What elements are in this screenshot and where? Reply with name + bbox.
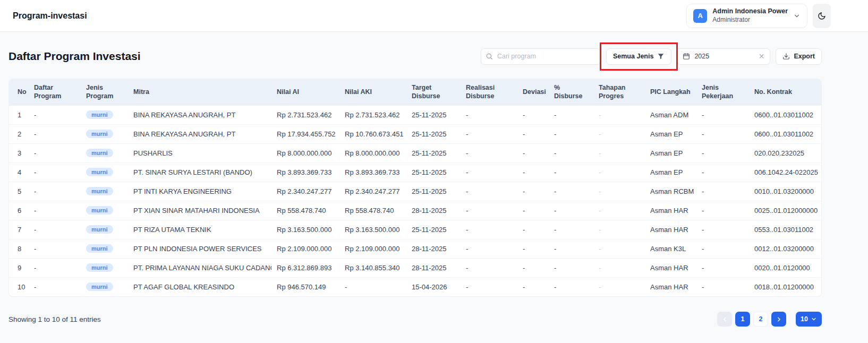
cell-no: 7: [9, 220, 29, 239]
pagination: 1 2 10: [717, 312, 822, 327]
jenis-filter-button[interactable]: Semua Jenis: [606, 48, 671, 65]
cell-no-kontrak: 0025..01.012000000: [749, 201, 821, 220]
cell-jenis-pekerjaan: -: [696, 182, 749, 201]
cell-no: 3: [9, 143, 29, 162]
cell-daftar-program: -: [29, 239, 81, 258]
moon-icon: [818, 12, 826, 20]
cell-jenis-program: murni: [81, 124, 128, 143]
col-jenis-program: Jenis Program: [81, 79, 128, 105]
jenis-program-badge: murni: [86, 130, 113, 138]
cell-pct-disburse: -: [549, 201, 593, 220]
cell-pct-disburse: -: [549, 162, 593, 182]
cell-realisasi-disburse: -: [461, 162, 517, 182]
cell-mitra: PT. SINAR SURYA LESTARI (BANDO): [128, 162, 271, 182]
cell-tahapan-progres: -: [593, 162, 645, 182]
cell-mitra: PT RIZA UTAMA TEKNIK: [128, 220, 271, 239]
cell-deviasi: -: [517, 201, 549, 220]
jenis-program-badge: murni: [86, 206, 113, 215]
pagination-page-2[interactable]: 2: [753, 312, 768, 327]
col-target-disburse: Target Disburse: [406, 79, 461, 105]
search-box: [481, 48, 601, 65]
cell-nilai-ai: Rp 946.570.149: [271, 277, 339, 296]
pagination-prev-button[interactable]: [717, 312, 732, 327]
cell-target-disburse: 28-11-2025: [406, 239, 461, 258]
cell-no: 1: [9, 105, 29, 124]
export-button[interactable]: Export: [776, 48, 822, 65]
cell-pct-disburse: -: [549, 258, 593, 277]
cell-nilai-aki: Rp 558.478.740: [339, 201, 406, 220]
calendar-icon: [683, 53, 690, 60]
cell-deviasi: -: [517, 258, 549, 277]
cell-target-disburse: 25-11-2025: [406, 143, 461, 162]
cell-mitra: PT PLN INDONESIA POWER SERVICES: [128, 239, 271, 258]
cell-pic-langkah: Asman RCBM: [645, 182, 696, 201]
search-input[interactable]: [481, 48, 601, 65]
table-row: 3 - murni PUSHARLIS Rp 8.000.000.000 Rp …: [9, 143, 821, 162]
col-pic-langkah: PIC Langkah: [645, 79, 696, 105]
jenis-program-badge: murni: [86, 187, 113, 195]
download-icon: [782, 53, 790, 60]
cell-nilai-ai: Rp 2.109.000.000: [271, 239, 339, 258]
jenis-program-badge: murni: [86, 263, 113, 272]
cell-no-kontrak: 006.1042.24-022025: [749, 162, 821, 182]
cell-daftar-program: -: [29, 124, 81, 143]
cell-no-kontrak: 020.020.232025: [749, 143, 821, 162]
cell-daftar-program: -: [29, 277, 81, 296]
cell-no: 5: [9, 182, 29, 201]
year-picker[interactable]: 2025 ✕: [677, 48, 770, 65]
cell-nilai-ai: Rp 3.163.500.000: [271, 220, 339, 239]
pagination-next-button[interactable]: [771, 312, 786, 327]
cell-target-disburse: 25-11-2025: [406, 124, 461, 143]
cell-jenis-pekerjaan: -: [696, 162, 749, 182]
table-row: 8 - murni PT PLN INDONESIA POWER SERVICE…: [9, 239, 821, 258]
cell-nilai-aki: Rp 2.340.247.277: [339, 182, 406, 201]
col-jenis-pekerjaan: Jenis Pekerjaan: [696, 79, 749, 105]
table-footer: Showing 1 to 10 of 11 entries 1 2 10: [8, 312, 822, 327]
cell-nilai-aki: Rp 8.000.000.000: [339, 143, 406, 162]
cell-jenis-pekerjaan: -: [696, 143, 749, 162]
cell-nilai-ai: Rp 558.478.740: [271, 201, 339, 220]
toolbar: Daftar Program Investasi Semua Jenis: [8, 46, 822, 67]
cell-mitra: PT AGAF GLOBAL KREASINDO: [128, 277, 271, 296]
cell-nilai-ai: Rp 8.000.000.000: [271, 143, 339, 162]
cell-pic-langkah: Asman EP: [645, 143, 696, 162]
table-row: 2 - murni BINA REKAYASA ANUGRAH, PT Rp 1…: [9, 124, 821, 143]
cell-nilai-aki: Rp 3.893.369.733: [339, 162, 406, 182]
col-no-kontrak: No. Kontrak: [749, 79, 821, 105]
cell-realisasi-disburse: -: [461, 277, 517, 296]
cell-realisasi-disburse: -: [461, 182, 517, 201]
table-row: 9 - murni PT. PRIMA LAYANAN NIAGA SUKU C…: [9, 258, 821, 277]
clear-x-icon[interactable]: ✕: [759, 53, 765, 60]
cell-pic-langkah: Asman K3L: [645, 239, 696, 258]
pagination-page-1[interactable]: 1: [735, 312, 750, 327]
cell-nilai-aki: Rp 2.109.000.000: [339, 239, 406, 258]
cell-no-kontrak: 0018..01.01200000: [749, 277, 821, 296]
page-title: Daftar Program Investasi: [8, 50, 141, 63]
cell-tahapan-progres: -: [593, 220, 645, 239]
table-row: 6 - murni PT XIAN SINAR MATAHARI INDONES…: [9, 201, 821, 220]
cell-pic-langkah: Asman HAR: [645, 220, 696, 239]
table-header: No Daftar Program Jenis Program Mitra Ni…: [9, 79, 821, 105]
col-daftar-program: Daftar Program: [29, 79, 81, 105]
app-header: Program-investasi A Admin Indonesia Powe…: [0, 0, 868, 32]
page-size-select[interactable]: 10: [796, 312, 822, 327]
cell-no: 4: [9, 162, 29, 182]
cell-tahapan-progres: -: [593, 105, 645, 124]
user-role: Administrator: [712, 16, 788, 24]
cell-jenis-program: murni: [81, 220, 128, 239]
cell-deviasi: -: [517, 124, 549, 143]
cell-pic-langkah: Asman HAR: [645, 258, 696, 277]
cell-target-disburse: 25-11-2025: [406, 105, 461, 124]
cell-tahapan-progres: -: [593, 201, 645, 220]
theme-toggle-button[interactable]: [813, 4, 831, 28]
cell-nilai-ai: Rp 3.893.369.733: [271, 162, 339, 182]
cell-nilai-aki: Rp 10.760.673.451: [339, 124, 406, 143]
program-table: No Daftar Program Jenis Program Mitra Ni…: [9, 79, 821, 296]
page-size-value: 10: [801, 315, 808, 323]
cell-no-kontrak: 0553..01.03011002: [749, 220, 821, 239]
table-row: 1 - murni BINA REKAYASA ANUGRAH, PT Rp 2…: [9, 105, 821, 124]
cell-realisasi-disburse: -: [461, 124, 517, 143]
cell-no: 2: [9, 124, 29, 143]
user-menu[interactable]: A Admin Indonesia Power Administrator: [686, 4, 807, 28]
cell-daftar-program: -: [29, 143, 81, 162]
